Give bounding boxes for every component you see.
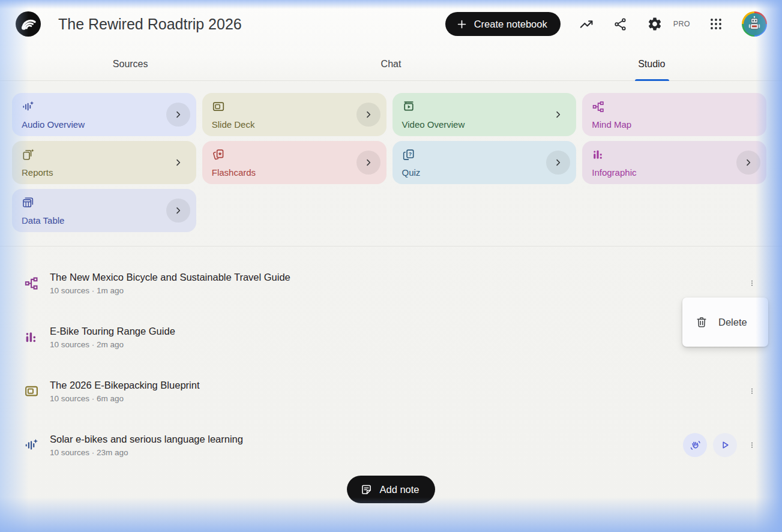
list-item-audio-overview[interactable]: Solar e-bikes and serious language learn… xyxy=(14,418,768,472)
note-icon xyxy=(360,483,373,496)
chevron-right-icon[interactable] xyxy=(356,151,380,175)
item-meta: 10 sources · 6m ago xyxy=(50,394,199,403)
delete-label: Delete xyxy=(718,317,747,328)
card-label: Video Overview xyxy=(402,119,465,130)
chevron-right-icon[interactable] xyxy=(736,151,760,175)
settings-gear-icon[interactable] xyxy=(646,16,663,32)
avatar-robot-image xyxy=(744,13,766,35)
card-flashcards[interactable]: Flashcards xyxy=(202,141,386,184)
card-label: Audio Overview xyxy=(22,119,85,130)
play-icon xyxy=(719,439,731,451)
list-item-slide-deck[interactable]: The 2026 E-Bikepacking Blueprint 10 sour… xyxy=(14,364,768,418)
interactive-mode-button[interactable] xyxy=(683,433,707,457)
tab-studio[interactable]: Studio xyxy=(522,59,782,70)
quiz-cards-icon: ? xyxy=(402,148,415,161)
trash-icon xyxy=(695,315,708,329)
card-label: Quiz xyxy=(402,167,421,178)
mind-map-icon xyxy=(24,276,39,291)
more-options-icon[interactable] xyxy=(745,433,759,457)
card-infographic[interactable]: Infographic xyxy=(582,141,766,184)
item-meta: 10 sources · 23m ago xyxy=(50,448,243,457)
reports-sparkle-icon xyxy=(22,148,35,161)
slide-deck-icon xyxy=(212,100,225,113)
studio-items-list: The New Mexico Bicycle and Sustainable T… xyxy=(0,247,782,472)
list-item-infographic[interactable]: E-Bike Touring Range Guide 10 sources · … xyxy=(14,310,768,364)
item-title: The New Mexico Bicycle and Sustainable T… xyxy=(50,272,290,283)
card-video-overview[interactable]: Video Overview xyxy=(393,93,577,136)
card-reports[interactable]: Reports xyxy=(12,141,196,184)
card-label: Flashcards xyxy=(212,167,256,178)
app-header: The Rewired Roadtrip 2026 Create noteboo… xyxy=(0,0,782,48)
slide-deck-icon xyxy=(24,384,39,399)
card-quiz[interactable]: ? Quiz xyxy=(393,141,577,184)
infographic-bars-icon xyxy=(24,330,39,345)
create-notebook-label: Create notebook xyxy=(474,19,547,30)
analytics-icon[interactable] xyxy=(578,16,595,32)
account-avatar[interactable] xyxy=(742,11,767,37)
play-button[interactable] xyxy=(713,433,737,457)
chevron-right-icon[interactable] xyxy=(166,151,190,175)
chevron-right-icon[interactable] xyxy=(166,103,190,127)
video-overview-icon xyxy=(402,100,415,113)
flashcards-star-icon xyxy=(212,148,225,161)
data-table-icon xyxy=(22,196,35,209)
card-data-table[interactable]: Data Table xyxy=(12,189,196,232)
chevron-right-icon[interactable] xyxy=(546,151,570,175)
chevron-right-icon[interactable] xyxy=(166,199,190,223)
add-note-row: Add note xyxy=(0,476,782,503)
notebooklm-logo-icon[interactable] xyxy=(16,11,41,37)
tab-sources[interactable]: Sources xyxy=(0,59,260,70)
card-slide-deck[interactable]: Slide Deck xyxy=(202,93,386,136)
item-title: The 2026 E-Bikepacking Blueprint xyxy=(50,380,199,391)
svg-text:?: ? xyxy=(408,151,411,157)
list-item-mind-map[interactable]: The New Mexico Bicycle and Sustainable T… xyxy=(14,256,768,310)
waving-hand-icon xyxy=(689,439,702,452)
apps-grid-icon[interactable] xyxy=(708,16,724,32)
tab-chat[interactable]: Chat xyxy=(260,59,521,70)
more-options-icon[interactable] xyxy=(745,379,759,403)
pro-badge: PRO xyxy=(673,20,690,28)
card-label: Slide Deck xyxy=(212,119,255,130)
mind-map-icon xyxy=(592,100,605,113)
active-tab-indicator xyxy=(635,79,669,81)
card-mind-map[interactable]: Mind Map xyxy=(582,93,766,136)
create-notebook-button[interactable]: Create notebook xyxy=(445,12,561,36)
share-icon[interactable] xyxy=(612,16,629,32)
item-title: E-Bike Touring Range Guide xyxy=(50,326,175,337)
tab-bar: Sources Chat Studio xyxy=(0,48,782,81)
add-note-label: Add note xyxy=(379,484,419,495)
studio-card-grid: Audio Overview Slide Deck Video Overview xyxy=(0,81,774,232)
delete-menu-item[interactable]: Delete xyxy=(682,315,768,329)
context-menu: Delete xyxy=(682,297,768,347)
notebook-title[interactable]: The Rewired Roadtrip 2026 xyxy=(58,16,242,33)
header-actions: Create notebook PRO xyxy=(445,11,767,37)
card-label: Mind Map xyxy=(592,119,631,130)
audio-waveform-sparkle-icon xyxy=(24,438,39,453)
chevron-right-icon[interactable] xyxy=(546,103,570,127)
card-label: Infographic xyxy=(592,167,636,178)
item-title: Solar e-bikes and serious language learn… xyxy=(50,434,243,445)
card-label: Reports xyxy=(22,167,53,178)
more-options-icon[interactable] xyxy=(745,271,759,295)
card-audio-overview[interactable]: Audio Overview xyxy=(12,93,196,136)
plus-icon xyxy=(456,19,468,30)
item-meta: 10 sources · 1m ago xyxy=(50,286,290,295)
chevron-right-icon[interactable] xyxy=(356,103,380,127)
card-label: Data Table xyxy=(22,215,64,226)
item-meta: 10 sources · 2m ago xyxy=(50,340,175,349)
audio-waveform-sparkle-icon xyxy=(22,100,35,113)
infographic-bars-icon xyxy=(592,148,605,161)
add-note-button[interactable]: Add note xyxy=(347,476,435,503)
